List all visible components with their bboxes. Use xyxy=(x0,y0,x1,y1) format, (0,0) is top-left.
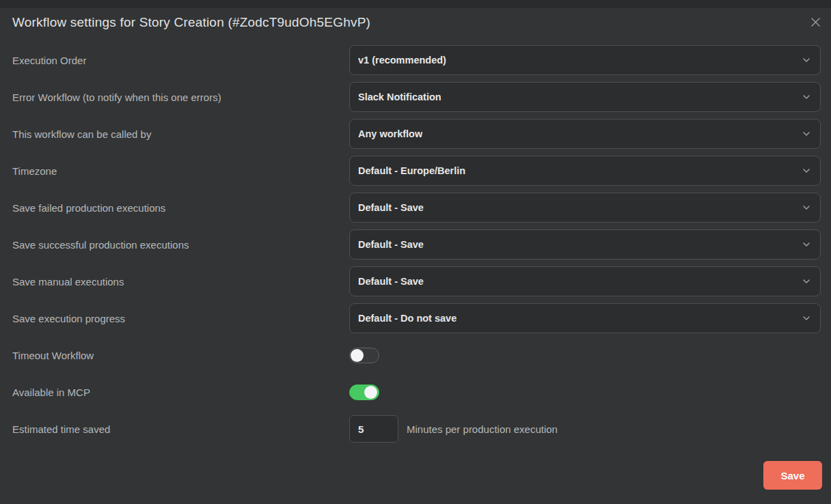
row-save-progress: Save execution progress Default - Do not… xyxy=(12,303,821,333)
row-called-by: This workflow can be called by Any workf… xyxy=(12,119,821,149)
field-label: Save failed production executions xyxy=(12,202,349,214)
field-label: Execution Order xyxy=(12,55,349,66)
select-value: Any workflow xyxy=(358,128,422,139)
timeout-workflow-toggle[interactable] xyxy=(349,348,379,363)
workflow-settings-modal: Workflow settings for Story Creation (#Z… xyxy=(0,0,831,504)
row-save-successful: Save successful production executions De… xyxy=(12,229,821,260)
save-progress-select[interactable]: Default - Do not save xyxy=(349,303,821,333)
select-value: Default - Save xyxy=(358,276,424,287)
minutes-suffix-label: Minutes per production execution xyxy=(407,423,558,435)
row-execution-order: Execution Order v1 (recommended) xyxy=(12,45,821,75)
close-icon[interactable] xyxy=(808,15,822,29)
chevron-down-icon xyxy=(802,313,811,323)
select-value: Default - Save xyxy=(358,202,424,213)
chevron-down-icon xyxy=(802,277,811,286)
save-successful-executions-select[interactable]: Default - Save xyxy=(349,229,821,260)
field-label: Save manual executions xyxy=(12,276,349,288)
chevron-down-icon xyxy=(802,166,811,176)
chevron-down-icon xyxy=(802,203,811,212)
field-label: Timeout Workflow xyxy=(12,350,349,361)
row-estimated-time-saved: Estimated time saved Minutes per product… xyxy=(12,414,821,444)
select-value: Default - Save xyxy=(358,239,424,250)
field-label: Error Workflow (to notify when this one … xyxy=(12,92,349,103)
select-value: Default - Do not save xyxy=(358,313,457,324)
select-value: Slack Notification xyxy=(358,92,441,102)
close-x-glyph xyxy=(810,17,821,27)
timezone-select[interactable]: Default - Europe/Berlin xyxy=(349,156,821,186)
select-value: Default - Europe/Berlin xyxy=(358,165,465,176)
row-timezone: Timezone Default - Europe/Berlin xyxy=(12,156,821,186)
error-workflow-select[interactable]: Slack Notification xyxy=(349,82,821,112)
chevron-down-icon xyxy=(802,129,811,139)
chevron-down-icon xyxy=(802,92,811,102)
row-save-failed: Save failed production executions Defaul… xyxy=(12,193,821,223)
chevron-down-icon xyxy=(802,240,811,249)
toggle-knob xyxy=(364,386,377,399)
available-in-mcp-toggle[interactable] xyxy=(349,384,379,400)
save-failed-executions-select[interactable]: Default - Save xyxy=(349,193,821,223)
field-label: Save successful production executions xyxy=(12,239,349,251)
field-label: Estimated time saved xyxy=(12,423,349,435)
row-available-in-mcp: Available in MCP xyxy=(12,377,821,407)
row-timeout-workflow: Timeout Workflow xyxy=(12,340,821,370)
chevron-down-icon xyxy=(802,55,811,65)
modal-title: Workflow settings for Story Creation (#Z… xyxy=(12,15,370,30)
save-manual-executions-select[interactable]: Default - Save xyxy=(349,266,821,296)
row-error-workflow: Error Workflow (to notify when this one … xyxy=(12,82,821,112)
row-save-manual: Save manual executions Default - Save xyxy=(12,266,821,296)
field-label: Available in MCP xyxy=(12,387,349,398)
field-label: This workflow can be called by xyxy=(12,128,349,140)
select-value: v1 (recommended) xyxy=(358,55,446,66)
save-button[interactable]: Save xyxy=(763,461,822,490)
execution-order-select[interactable]: v1 (recommended) xyxy=(349,45,821,75)
estimated-time-saved-input[interactable] xyxy=(349,415,398,443)
field-label: Timezone xyxy=(12,165,349,177)
settings-rows: Execution Order v1 (recommended) Error W… xyxy=(12,45,821,451)
toggle-knob xyxy=(351,349,364,362)
called-by-select[interactable]: Any workflow xyxy=(349,119,821,149)
field-label: Save execution progress xyxy=(12,313,349,324)
